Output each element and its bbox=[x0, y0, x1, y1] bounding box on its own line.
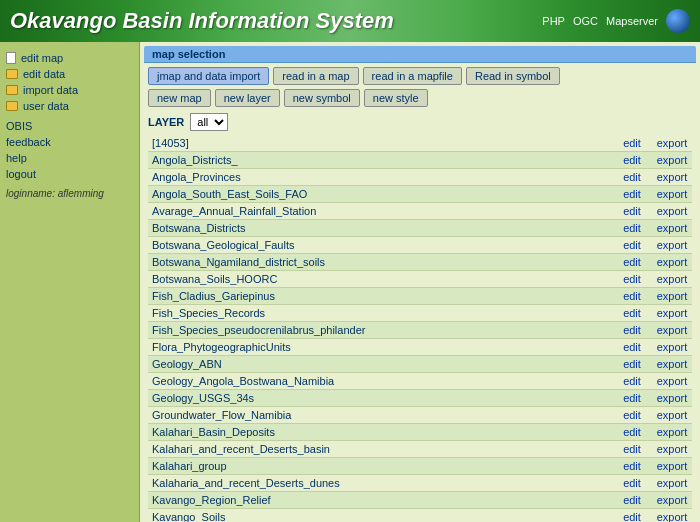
layer-select[interactable]: all bbox=[190, 113, 228, 131]
read-in-mapfile-button[interactable]: read in a mapfile bbox=[363, 67, 462, 85]
row-export-cell: export bbox=[652, 169, 692, 186]
row-export-cell: export bbox=[652, 373, 692, 390]
export-link[interactable]: export bbox=[657, 511, 688, 522]
export-link[interactable]: export bbox=[657, 154, 688, 166]
toolbar-area: jmap and data import read in a map read … bbox=[140, 63, 700, 111]
export-link[interactable]: export bbox=[657, 256, 688, 268]
table-row: Geology_Angola_Bostwana_Namibiaeditexpor… bbox=[148, 373, 692, 390]
export-link[interactable]: export bbox=[657, 409, 688, 421]
export-link[interactable]: export bbox=[657, 273, 688, 285]
row-export-cell: export bbox=[652, 288, 692, 305]
export-link[interactable]: export bbox=[657, 137, 688, 149]
edit-link[interactable]: edit bbox=[623, 205, 641, 217]
export-link[interactable]: export bbox=[657, 307, 688, 319]
edit-link[interactable]: edit bbox=[623, 494, 641, 506]
edit-link[interactable]: edit bbox=[623, 273, 641, 285]
sidebar-item-user-data[interactable]: user data bbox=[0, 98, 139, 114]
row-export-cell: export bbox=[652, 424, 692, 441]
export-link[interactable]: export bbox=[657, 443, 688, 455]
export-link[interactable]: export bbox=[657, 222, 688, 234]
sidebar-item-help[interactable]: help bbox=[0, 150, 139, 166]
edit-link[interactable]: edit bbox=[623, 154, 641, 166]
edit-link[interactable]: edit bbox=[623, 511, 641, 522]
layer-label: LAYER bbox=[148, 116, 184, 128]
sidebar-item-edit-data[interactable]: edit data bbox=[0, 66, 139, 82]
edit-link[interactable]: edit bbox=[623, 239, 641, 251]
export-link[interactable]: export bbox=[657, 324, 688, 336]
row-edit-cell: edit bbox=[612, 339, 652, 356]
header: Okavango Basin Information System PHP OG… bbox=[0, 0, 700, 42]
folder-icon bbox=[6, 69, 18, 79]
new-style-button[interactable]: new style bbox=[364, 89, 428, 107]
read-in-symbol-button[interactable]: Read in symbol bbox=[466, 67, 560, 85]
export-link[interactable]: export bbox=[657, 375, 688, 387]
row-export-cell: export bbox=[652, 186, 692, 203]
sidebar-item-obis[interactable]: OBIS bbox=[0, 118, 139, 134]
edit-link[interactable]: edit bbox=[623, 188, 641, 200]
read-in-map-button[interactable]: read in a map bbox=[273, 67, 358, 85]
export-link[interactable]: export bbox=[657, 239, 688, 251]
edit-link[interactable]: edit bbox=[623, 324, 641, 336]
table-row: Botswana_Districtseditexport bbox=[148, 220, 692, 237]
new-map-button[interactable]: new map bbox=[148, 89, 211, 107]
edit-link[interactable]: edit bbox=[623, 137, 641, 149]
sidebar-item-import-data[interactable]: import data bbox=[0, 82, 139, 98]
edit-link[interactable]: edit bbox=[623, 256, 641, 268]
table-row: Angola_South_East_Soils_FAOeditexport bbox=[148, 186, 692, 203]
row-edit-cell: edit bbox=[612, 492, 652, 509]
edit-link[interactable]: edit bbox=[623, 392, 641, 404]
edit-link[interactable]: edit bbox=[623, 171, 641, 183]
row-edit-cell: edit bbox=[612, 254, 652, 271]
edit-link[interactable]: edit bbox=[623, 358, 641, 370]
export-link[interactable]: export bbox=[657, 426, 688, 438]
edit-link[interactable]: edit bbox=[623, 375, 641, 387]
edit-link[interactable]: edit bbox=[623, 222, 641, 234]
edit-link[interactable]: edit bbox=[623, 409, 641, 421]
sidebar-item-feedback[interactable]: feedback bbox=[0, 134, 139, 150]
export-link[interactable]: export bbox=[657, 171, 688, 183]
table-row: Avarage_Annual_Rainfall_Stationeditexpor… bbox=[148, 203, 692, 220]
edit-link[interactable]: edit bbox=[623, 307, 641, 319]
edit-link[interactable]: edit bbox=[623, 477, 641, 489]
export-link[interactable]: export bbox=[657, 392, 688, 404]
folder-icon bbox=[6, 85, 18, 95]
map-selection-label: map selection bbox=[152, 48, 225, 60]
new-symbol-button[interactable]: new symbol bbox=[284, 89, 360, 107]
nav-php[interactable]: PHP bbox=[542, 15, 565, 27]
nav-ogc[interactable]: OGC bbox=[573, 15, 598, 27]
sidebar-label-logout: logout bbox=[6, 168, 36, 180]
new-layer-button[interactable]: new layer bbox=[215, 89, 280, 107]
export-link[interactable]: export bbox=[657, 205, 688, 217]
export-link[interactable]: export bbox=[657, 460, 688, 472]
export-link[interactable]: export bbox=[657, 290, 688, 302]
edit-link[interactable]: edit bbox=[623, 426, 641, 438]
export-link[interactable]: export bbox=[657, 341, 688, 353]
row-edit-cell: edit bbox=[612, 356, 652, 373]
jmap-import-button[interactable]: jmap and data import bbox=[148, 67, 269, 85]
table-row: Botswana_Ngamiland_district_soilseditexp… bbox=[148, 254, 692, 271]
row-name-cell: Fish_Species_Records bbox=[148, 305, 612, 322]
export-link[interactable]: export bbox=[657, 188, 688, 200]
row-export-cell: export bbox=[652, 322, 692, 339]
export-link[interactable]: export bbox=[657, 358, 688, 370]
row-name-cell: Geology_ABN bbox=[148, 356, 612, 373]
edit-link[interactable]: edit bbox=[623, 460, 641, 472]
row-name-cell: Botswana_Soils_HOORC bbox=[148, 271, 612, 288]
main-content: map selection jmap and data import read … bbox=[140, 42, 700, 522]
sidebar-label-import-data: import data bbox=[23, 84, 78, 96]
export-link[interactable]: export bbox=[657, 477, 688, 489]
edit-link[interactable]: edit bbox=[623, 443, 641, 455]
row-edit-cell: edit bbox=[612, 288, 652, 305]
row-edit-cell: edit bbox=[612, 186, 652, 203]
edit-link[interactable]: edit bbox=[623, 290, 641, 302]
toolbar-row-2: new map new layer new symbol new style bbox=[148, 89, 692, 107]
sidebar-loginname: loginname: aflemming bbox=[0, 186, 139, 201]
row-edit-cell: edit bbox=[612, 322, 652, 339]
sidebar-item-edit-map[interactable]: edit map bbox=[0, 50, 139, 66]
folder-icon bbox=[6, 101, 18, 111]
nav-mapserver[interactable]: Mapserver bbox=[606, 15, 658, 27]
sidebar-item-logout[interactable]: logout bbox=[0, 166, 139, 182]
export-link[interactable]: export bbox=[657, 494, 688, 506]
edit-link[interactable]: edit bbox=[623, 341, 641, 353]
table-row: Geology_ABNeditexport bbox=[148, 356, 692, 373]
